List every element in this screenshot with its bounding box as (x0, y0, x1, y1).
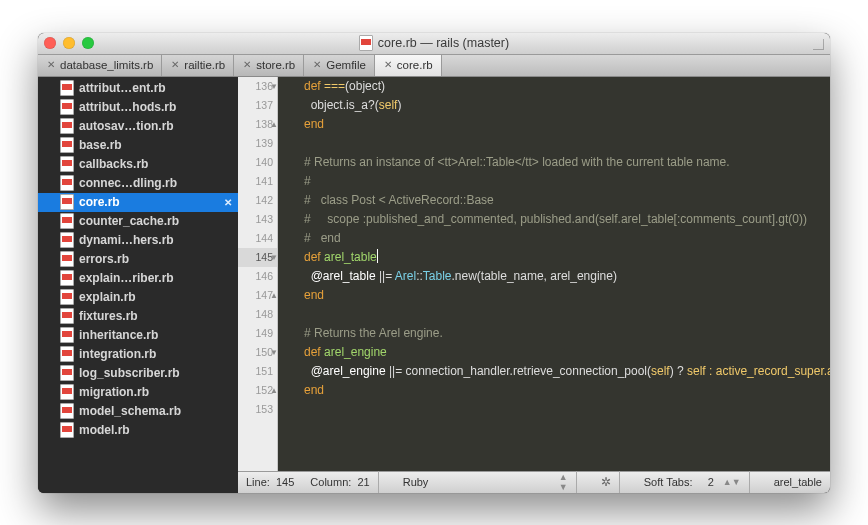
indent-selector[interactable]: Soft Tabs: 2 ▲▼ (636, 476, 749, 488)
sidebar-file-item[interactable]: callbacks.rb (38, 155, 238, 174)
ruby-file-icon (60, 80, 74, 96)
sidebar-item-label: integration.rb (79, 347, 156, 361)
sidebar-file-item[interactable]: model_schema.rb (38, 402, 238, 421)
ruby-file-icon (60, 137, 74, 153)
language-selector[interactable]: Ruby (395, 476, 437, 488)
traffic-lights (44, 37, 94, 49)
sidebar-file-item[interactable]: base.rb (38, 136, 238, 155)
titlebar: core.rb — rails (master) (38, 33, 830, 55)
gutter-line[interactable]: 151 (238, 362, 277, 381)
tab-railtie[interactable]: ✕railtie.rb (162, 55, 234, 76)
close-icon[interactable]: ✕ (383, 60, 393, 70)
tab-core[interactable]: ✕core.rb (375, 55, 442, 76)
sidebar-file-item[interactable]: log_subscriber.rb (38, 364, 238, 383)
close-icon[interactable]: ✕ (46, 60, 56, 70)
sidebar-file-item[interactable]: explain.rb (38, 288, 238, 307)
gutter-line[interactable]: 138 (238, 115, 277, 134)
editor-window: core.rb — rails (master) ✕database_limit… (38, 33, 830, 493)
symbol-selector[interactable]: arel_table (766, 476, 830, 488)
tab-label: database_limits.rb (60, 59, 153, 71)
sidebar-item-label: callbacks.rb (79, 157, 148, 171)
ruby-file-icon (60, 118, 74, 134)
sidebar-item-label: dynami…hers.rb (79, 233, 174, 247)
sidebar-item-label: base.rb (79, 138, 122, 152)
sidebar-item-label: fixtures.rb (79, 309, 138, 323)
close-icon[interactable]: ✕ (242, 60, 252, 70)
ruby-file-icon (60, 156, 74, 172)
sidebar-file-item[interactable]: integration.rb (38, 345, 238, 364)
sidebar-file-item[interactable]: attribut…hods.rb (38, 98, 238, 117)
tab-label: store.rb (256, 59, 295, 71)
ruby-file-icon (60, 384, 74, 400)
gutter-line[interactable]: 137 (238, 96, 277, 115)
window-title: core.rb — rails (master) (378, 36, 509, 50)
gutter-line[interactable]: 141 (238, 172, 277, 191)
sidebar-item-label: attribut…ent.rb (79, 81, 166, 95)
ruby-file-icon (60, 289, 74, 305)
gutter-line[interactable]: 144 (238, 229, 277, 248)
gutter-line[interactable]: 136 (238, 77, 277, 96)
sidebar-item-label: errors.rb (79, 252, 129, 266)
ruby-file-icon (60, 194, 74, 210)
sidebar-file-item[interactable]: errors.rb (38, 250, 238, 269)
tab-store[interactable]: ✕store.rb (234, 55, 304, 76)
close-window-button[interactable] (44, 37, 56, 49)
tab-database-limits[interactable]: ✕database_limits.rb (38, 55, 162, 76)
ruby-file-icon (60, 270, 74, 286)
code-area[interactable]: def ===(object) object.is_a?(self) end #… (278, 77, 830, 471)
ruby-file-icon (60, 251, 74, 267)
tab-gemfile[interactable]: ✕Gemfile (304, 55, 375, 76)
gutter-line[interactable]: 148 (238, 305, 277, 324)
ruby-file-icon (60, 327, 74, 343)
sidebar-item-label: migration.rb (79, 385, 149, 399)
line-gutter[interactable]: 1361371381391401411421431441451461471481… (238, 77, 278, 471)
editor-pane: 1361371381391401411421431441451461471481… (238, 77, 830, 493)
close-icon[interactable]: ✕ (170, 60, 180, 70)
sidebar-item-label: log_subscriber.rb (79, 366, 180, 380)
sidebar-file-item[interactable]: migration.rb (38, 383, 238, 402)
gutter-line[interactable]: 152 (238, 381, 277, 400)
tab-label: railtie.rb (184, 59, 225, 71)
sidebar-item-label: inheritance.rb (79, 328, 158, 342)
ruby-file-icon (60, 365, 74, 381)
gutter-line[interactable]: 142 (238, 191, 277, 210)
ruby-file-icon (60, 175, 74, 191)
sidebar-file-item[interactable]: connec…dling.rb (38, 174, 238, 193)
close-icon[interactable]: ✕ (312, 60, 322, 70)
resize-icon[interactable] (812, 38, 824, 50)
sidebar-file-item[interactable]: attribut…ent.rb (38, 79, 238, 98)
sidebar-file-item[interactable]: autosav…tion.rb (38, 117, 238, 136)
gutter-line[interactable]: 149 (238, 324, 277, 343)
gutter-line[interactable]: 143 (238, 210, 277, 229)
minimize-window-button[interactable] (63, 37, 75, 49)
line-label: Line: (246, 476, 270, 488)
gutter-line[interactable]: 150 (238, 343, 277, 362)
gutter-line[interactable]: 139 (238, 134, 277, 153)
text-cursor (377, 249, 378, 263)
sidebar-item-label: autosav…tion.rb (79, 119, 174, 133)
gutter-line[interactable]: 153 (238, 400, 277, 419)
gutter-line[interactable]: 140 (238, 153, 277, 172)
sidebar-file-item[interactable]: model.rb (38, 421, 238, 440)
sidebar-file-item[interactable]: fixtures.rb (38, 307, 238, 326)
stepper-icon[interactable]: ▲▼ (551, 472, 576, 492)
zoom-window-button[interactable] (82, 37, 94, 49)
column-number: 21 (357, 476, 369, 488)
close-icon[interactable]: ✕ (224, 197, 232, 208)
column-label: Column: (310, 476, 351, 488)
status-bar: Line: 145 Column: 21 Ruby ▲▼ ✲ Soft Tabs… (238, 471, 830, 493)
tab-label: Gemfile (326, 59, 366, 71)
gutter-line[interactable]: 146 (238, 267, 277, 286)
line-number: 145 (276, 476, 294, 488)
sidebar-file-item[interactable]: dynami…hers.rb (38, 231, 238, 250)
sidebar-file-item[interactable]: core.rb✕ (38, 193, 238, 212)
gutter-line[interactable]: 147 (238, 286, 277, 305)
sidebar-item-label: model.rb (79, 423, 130, 437)
sidebar-item-label: counter_cache.rb (79, 214, 179, 228)
sidebar-file-item[interactable]: inheritance.rb (38, 326, 238, 345)
gear-icon[interactable]: ✲ (593, 475, 619, 489)
gutter-line[interactable]: 145 (238, 248, 277, 267)
file-sidebar[interactable]: attribut…ent.rbattribut…hods.rbautosav…t… (38, 77, 238, 493)
sidebar-file-item[interactable]: counter_cache.rb (38, 212, 238, 231)
sidebar-file-item[interactable]: explain…riber.rb (38, 269, 238, 288)
